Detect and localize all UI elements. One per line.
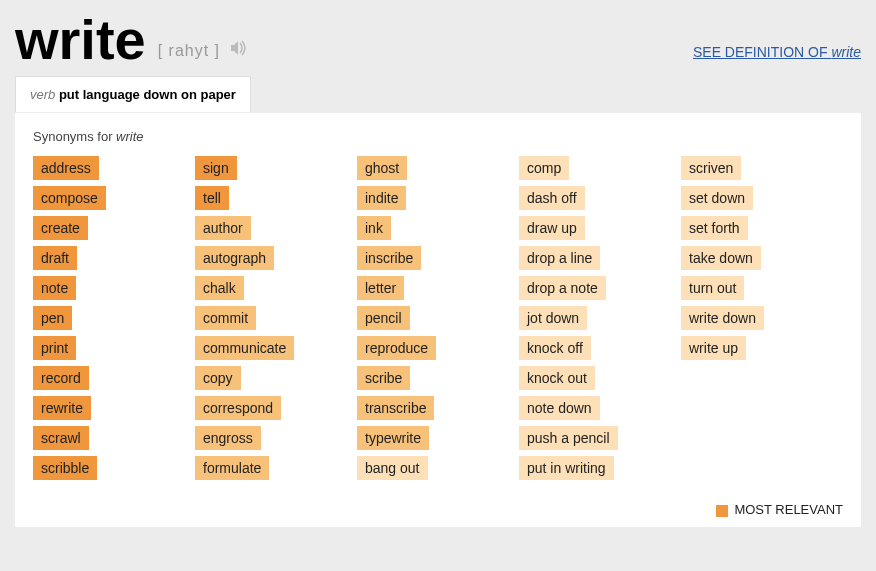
- synonym-tag[interactable]: record: [33, 366, 89, 390]
- synonym-column: addresscomposecreatedraftnotepenprintrec…: [33, 156, 195, 480]
- synonym-column: ghostinditeinkinscribeletterpencilreprod…: [357, 156, 519, 480]
- synonym-tag[interactable]: ghost: [357, 156, 407, 180]
- synonym-tag[interactable]: push a pencil: [519, 426, 618, 450]
- synonym-tag[interactable]: scrawl: [33, 426, 89, 450]
- tab-definition: put language down on paper: [59, 87, 236, 102]
- synonym-tag[interactable]: pencil: [357, 306, 410, 330]
- pronunciation: [ rahyt ]: [158, 42, 220, 60]
- synonym-tag[interactable]: engross: [195, 426, 261, 450]
- synonym-tag[interactable]: dash off: [519, 186, 585, 210]
- synonyms-columns: addresscomposecreatedraftnotepenprintrec…: [33, 156, 843, 480]
- synonym-tag[interactable]: put in writing: [519, 456, 614, 480]
- synonym-tag[interactable]: commit: [195, 306, 256, 330]
- synonym-tag[interactable]: inscribe: [357, 246, 421, 270]
- synonym-tag[interactable]: autograph: [195, 246, 274, 270]
- synonym-tag[interactable]: take down: [681, 246, 761, 270]
- synonym-tag[interactable]: scribe: [357, 366, 410, 390]
- synonym-tag[interactable]: formulate: [195, 456, 269, 480]
- legend-label: MOST RELEVANT: [734, 502, 843, 517]
- synonym-tag[interactable]: ink: [357, 216, 391, 240]
- headword: write: [15, 12, 146, 68]
- synonym-tag[interactable]: chalk: [195, 276, 244, 300]
- synonym-tag[interactable]: jot down: [519, 306, 587, 330]
- synonym-tag[interactable]: address: [33, 156, 99, 180]
- synonym-tag[interactable]: author: [195, 216, 251, 240]
- synonym-tag[interactable]: set down: [681, 186, 753, 210]
- synonym-tag[interactable]: knock out: [519, 366, 595, 390]
- synonym-tag[interactable]: rewrite: [33, 396, 91, 420]
- synonym-tag[interactable]: compose: [33, 186, 106, 210]
- synonym-tag[interactable]: reproduce: [357, 336, 436, 360]
- synonym-tag[interactable]: note down: [519, 396, 600, 420]
- synonym-tag[interactable]: scribble: [33, 456, 97, 480]
- synonym-column: compdash offdraw updrop a linedrop a not…: [519, 156, 681, 480]
- syn-heading-prefix: Synonyms for: [33, 129, 116, 144]
- synonym-column: signtellauthorautographchalkcommitcommun…: [195, 156, 357, 480]
- see-definition-link[interactable]: SEE DEFINITION OF write: [693, 44, 861, 60]
- synonym-tag[interactable]: copy: [195, 366, 241, 390]
- synonym-tag[interactable]: drop a line: [519, 246, 600, 270]
- synonym-tag[interactable]: knock off: [519, 336, 591, 360]
- synonym-tag[interactable]: create: [33, 216, 88, 240]
- relevance-legend: MOST RELEVANT: [33, 502, 843, 517]
- synonyms-heading: Synonyms for write: [33, 129, 843, 144]
- synonym-tag[interactable]: write down: [681, 306, 764, 330]
- synonym-tag[interactable]: pen: [33, 306, 72, 330]
- synonym-tag[interactable]: letter: [357, 276, 404, 300]
- synonym-tag[interactable]: typewrite: [357, 426, 429, 450]
- synonym-tag[interactable]: bang out: [357, 456, 428, 480]
- tab-pos: verb: [30, 87, 55, 102]
- synonym-tag[interactable]: indite: [357, 186, 406, 210]
- tab-sense[interactable]: verb put language down on paper: [15, 76, 251, 112]
- synonym-tag[interactable]: correspond: [195, 396, 281, 420]
- synonym-tag[interactable]: comp: [519, 156, 569, 180]
- synonym-tag[interactable]: transcribe: [357, 396, 434, 420]
- synonym-tag[interactable]: draft: [33, 246, 77, 270]
- header: write [ rahyt ] SEE DEFINITION OF write: [0, 0, 876, 76]
- synonym-column: scrivenset downset forthtake downturn ou…: [681, 156, 843, 480]
- synonym-tag[interactable]: write up: [681, 336, 746, 360]
- synonym-tag[interactable]: set forth: [681, 216, 748, 240]
- synonym-tag[interactable]: scriven: [681, 156, 741, 180]
- synonyms-panel: Synonyms for write addresscomposecreated…: [15, 112, 861, 527]
- synonym-tag[interactable]: tell: [195, 186, 229, 210]
- synonym-tag[interactable]: note: [33, 276, 76, 300]
- definition-link-word: write: [831, 44, 861, 60]
- synonym-tag[interactable]: communicate: [195, 336, 294, 360]
- synonym-tag[interactable]: turn out: [681, 276, 744, 300]
- synonym-tag[interactable]: drop a note: [519, 276, 606, 300]
- audio-icon[interactable]: [230, 40, 248, 60]
- syn-heading-word: write: [116, 129, 143, 144]
- synonym-tag[interactable]: draw up: [519, 216, 585, 240]
- definition-link-prefix: SEE DEFINITION OF: [693, 44, 831, 60]
- synonym-tag[interactable]: print: [33, 336, 76, 360]
- synonym-tag[interactable]: sign: [195, 156, 237, 180]
- headword-wrap: write [ rahyt ]: [15, 12, 248, 68]
- legend-swatch: [716, 505, 728, 517]
- tab-bar: verb put language down on paper: [0, 76, 876, 112]
